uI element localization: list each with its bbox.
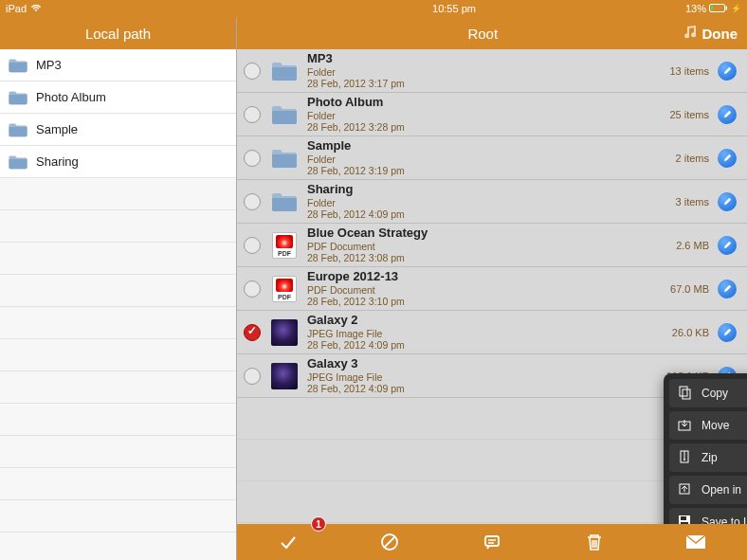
device-label: iPad bbox=[6, 3, 27, 14]
file-row[interactable]: Europe 2012-13 PDF Document 28 Feb, 2012… bbox=[237, 267, 747, 311]
sidebar-item[interactable]: Photo Album bbox=[0, 81, 236, 114]
svg-rect-15 bbox=[485, 536, 499, 546]
file-name: Sample bbox=[307, 139, 635, 154]
edit-button[interactable] bbox=[717, 280, 738, 298]
file-name: Sharing bbox=[307, 183, 635, 197]
folder-icon bbox=[270, 147, 299, 170]
svg-line-14 bbox=[384, 536, 395, 548]
sidebar-item[interactable]: Sharing bbox=[0, 146, 236, 178]
file-kind: JPEG Image File bbox=[307, 328, 635, 339]
file-meta: 26.0 KB bbox=[643, 327, 709, 338]
action-button[interactable] bbox=[473, 524, 511, 560]
file-row[interactable]: Galaxy 2 JPEG Image File 28 Feb, 2012 4:… bbox=[237, 311, 747, 354]
pencil-icon bbox=[718, 62, 737, 81]
select-checkbox[interactable] bbox=[243, 280, 262, 298]
select-checkbox[interactable] bbox=[243, 324, 262, 341]
folder-icon bbox=[8, 154, 28, 171]
file-row[interactable]: MP3 Folder 28 Feb, 2012 3:17 pm 13 items bbox=[237, 49, 747, 93]
image-thumbnail bbox=[271, 319, 298, 346]
popover-item-label: Zip bbox=[701, 451, 718, 464]
select-all-button[interactable] bbox=[269, 524, 307, 560]
delete-button[interactable] bbox=[575, 524, 613, 560]
file-meta: 3 items bbox=[643, 196, 709, 208]
file-name: Galaxy 2 bbox=[307, 314, 635, 328]
pdf-icon bbox=[272, 232, 297, 259]
edit-button[interactable] bbox=[717, 149, 738, 168]
select-checkbox[interactable] bbox=[243, 193, 262, 210]
folder-icon bbox=[270, 60, 299, 82]
file-meta: 13 items bbox=[643, 65, 709, 77]
edit-button[interactable] bbox=[717, 236, 738, 255]
file-name: Europe 2012-13 bbox=[307, 270, 635, 284]
file-kind: Folder bbox=[307, 154, 635, 165]
move-icon bbox=[677, 417, 692, 435]
edit-button[interactable] bbox=[717, 105, 738, 124]
popover-item-move[interactable]: Move bbox=[669, 411, 747, 440]
folder-icon bbox=[270, 103, 299, 126]
main-title: Root bbox=[284, 26, 682, 42]
file-meta: 2 items bbox=[643, 153, 709, 164]
svg-rect-4 bbox=[683, 389, 690, 399]
file-date: 28 Feb, 2012 3:10 pm bbox=[307, 296, 635, 307]
sidebar: Local path MP3Photo AlbumSampleSharing bbox=[0, 17, 237, 560]
file-name: Photo Album bbox=[307, 96, 635, 110]
image-thumbnail bbox=[271, 363, 298, 389]
sidebar-item-label: MP3 bbox=[36, 58, 62, 72]
status-bar: iPad 10:55 pm 13% ⚡ bbox=[0, 0, 747, 17]
file-date: 28 Feb, 2012 3:28 pm bbox=[307, 121, 635, 133]
main-panel: Root Done MP3 Folder 28 Feb, 2012 3:17 p… bbox=[237, 17, 747, 560]
wifi-icon bbox=[30, 3, 42, 14]
popover-item-zip[interactable]: Zip bbox=[669, 443, 747, 472]
select-checkbox[interactable] bbox=[243, 237, 262, 254]
sidebar-item[interactable]: Sample bbox=[0, 114, 236, 146]
edit-button[interactable] bbox=[717, 62, 738, 81]
file-name: MP3 bbox=[307, 52, 635, 66]
file-row[interactable]: Blue Ocean Strategy PDF Document 28 Feb,… bbox=[237, 224, 747, 267]
file-name: Galaxy 3 bbox=[307, 357, 635, 371]
file-meta: 67.0 MB bbox=[643, 283, 709, 295]
file-kind: PDF Document bbox=[307, 284, 635, 296]
sidebar-item-label: Sample bbox=[36, 122, 78, 136]
file-row[interactable]: Sample Folder 28 Feb, 2012 3:19 pm 2 ite… bbox=[237, 136, 747, 180]
svg-rect-11 bbox=[681, 516, 686, 520]
edit-button[interactable] bbox=[717, 192, 738, 211]
file-kind: Folder bbox=[307, 197, 635, 208]
select-checkbox[interactable] bbox=[243, 150, 262, 167]
file-date: 28 Feb, 2012 4:09 pm bbox=[307, 383, 635, 394]
zip-icon bbox=[677, 449, 692, 467]
clock: 10:55 pm bbox=[243, 3, 665, 14]
popover-item-copy[interactable]: Copy bbox=[669, 379, 747, 407]
file-row[interactable]: Photo Album Folder 28 Feb, 2012 3:28 pm … bbox=[237, 93, 747, 136]
music-icon[interactable] bbox=[682, 24, 697, 43]
file-kind: JPEG Image File bbox=[307, 371, 635, 383]
deselect-button[interactable] bbox=[371, 524, 409, 560]
edit-button[interactable] bbox=[717, 323, 738, 342]
popover-item-label: Move bbox=[701, 419, 729, 432]
bottom-toolbar: 1 bbox=[237, 524, 747, 560]
copy-icon bbox=[677, 385, 692, 403]
action-popover: CopyMoveZipOpen inSave to Library bbox=[664, 373, 747, 542]
file-date: 28 Feb, 2012 3:08 pm bbox=[307, 252, 635, 263]
pencil-icon bbox=[718, 105, 737, 124]
popover-item-openin[interactable]: Open in bbox=[669, 476, 747, 504]
popover-item-label: Open in bbox=[701, 483, 741, 497]
svg-point-8 bbox=[683, 459, 685, 461]
sidebar-item-label: Photo Album bbox=[36, 90, 106, 104]
svg-rect-3 bbox=[680, 387, 687, 396]
select-checkbox[interactable] bbox=[243, 368, 262, 385]
select-checkbox[interactable] bbox=[243, 106, 262, 123]
file-meta: 2.6 MB bbox=[643, 240, 709, 251]
file-date: 28 Feb, 2012 4:09 pm bbox=[307, 339, 635, 351]
pencil-icon bbox=[718, 236, 737, 255]
file-row[interactable]: Sharing Folder 28 Feb, 2012 4:09 pm 3 it… bbox=[237, 180, 747, 224]
done-button[interactable]: Done bbox=[702, 26, 738, 42]
mail-button[interactable] bbox=[677, 524, 715, 560]
charging-icon: ⚡ bbox=[731, 4, 741, 13]
file-kind: Folder bbox=[307, 66, 635, 78]
select-checkbox[interactable] bbox=[243, 63, 262, 80]
pencil-icon bbox=[718, 280, 737, 298]
folder-icon bbox=[8, 89, 28, 106]
sidebar-item[interactable]: MP3 bbox=[0, 49, 236, 81]
folder-icon bbox=[270, 190, 299, 213]
openin-icon bbox=[677, 481, 692, 499]
